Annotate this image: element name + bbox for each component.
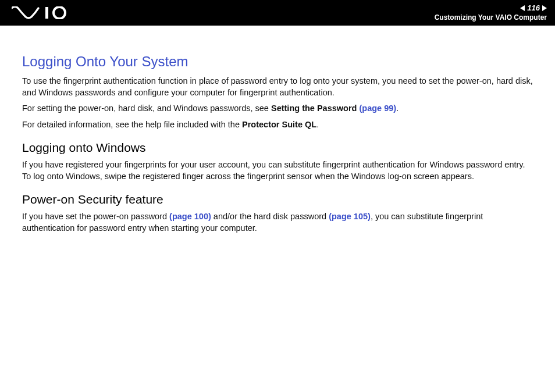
subheading-poweron: Power-on Security feature — [22, 193, 535, 206]
text: and/or the hard disk password — [211, 212, 329, 221]
text: . — [316, 120, 319, 129]
page-number: 116 — [527, 3, 540, 13]
bold-text: Protector Suite QL — [242, 120, 316, 129]
link-page-99[interactable]: (page 99) — [359, 104, 396, 113]
vaio-logo — [12, 6, 76, 19]
subheading-windows: Logging onto Windows — [22, 141, 535, 155]
paragraph-2: For setting the power-on, hard disk, and… — [22, 103, 535, 115]
page-number-nav: 116 — [435, 3, 547, 13]
section-label: Customizing Your VAIO Computer — [435, 13, 547, 23]
text: For detailed information, see the help f… — [22, 120, 242, 129]
page-header: 116 Customizing Your VAIO Computer — [0, 0, 555, 26]
paragraph-1: To use the fingerprint authentication fu… — [22, 76, 535, 98]
text: If you have set the power-on password — [22, 212, 169, 221]
paragraph-3: For detailed information, see the help f… — [22, 119, 535, 131]
next-page-icon[interactable] — [542, 5, 547, 11]
link-page-105[interactable]: (page 105) — [329, 212, 371, 221]
header-right: 116 Customizing Your VAIO Computer — [435, 3, 547, 22]
page-title: Logging Onto Your System — [22, 54, 535, 70]
text: . — [396, 104, 399, 113]
svg-rect-0 — [45, 7, 48, 19]
paragraph-4: If you have registered your fingerprints… — [22, 159, 535, 182]
text: For setting the power-on, hard disk, and… — [22, 104, 271, 113]
bold-text: Setting the Password — [271, 104, 359, 113]
page-content: Logging Onto Your System To use the fing… — [0, 26, 555, 234]
paragraph-5: If you have set the power-on password (p… — [22, 211, 535, 234]
svg-point-1 — [54, 7, 65, 19]
prev-page-icon[interactable] — [520, 5, 525, 11]
link-page-100[interactable]: (page 100) — [169, 212, 211, 221]
